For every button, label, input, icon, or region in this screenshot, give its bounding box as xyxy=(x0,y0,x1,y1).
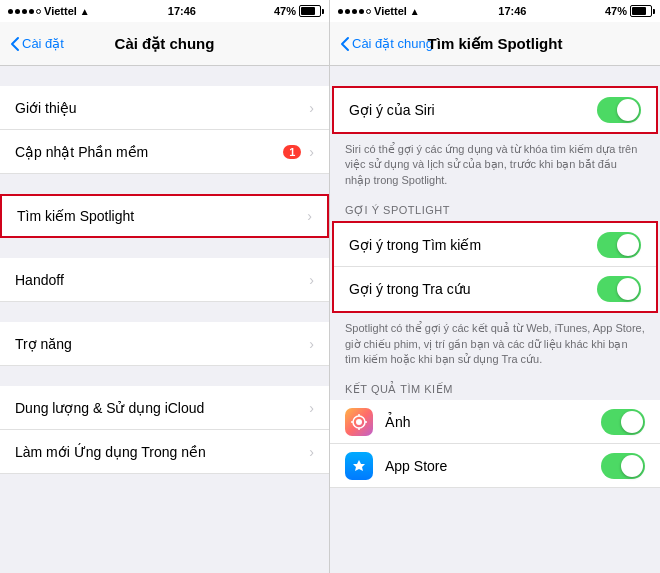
item-label-dung-luong: Dung lượng & Sử dụng iCloud xyxy=(15,400,309,416)
spotlight-section-highlighted: Gợi ý trong Tìm kiếm Gợi ý trong Tra cứu xyxy=(332,221,658,313)
result-label-appstore: App Store xyxy=(385,458,601,474)
top-separator xyxy=(0,66,329,86)
right-top-separator xyxy=(330,66,660,86)
chevron-icon-tro-nang: › xyxy=(309,336,314,352)
battery-icon xyxy=(299,5,321,17)
left-settings-list: Giới thiệu › Cập nhật Phần mềm 1 › Tìm k… xyxy=(0,66,329,573)
wifi-icon: ▲ xyxy=(80,6,90,17)
right-nav-title: Tìm kiếm Spotlight xyxy=(428,35,563,53)
list-item-tro-nang[interactable]: Trợ năng › xyxy=(0,322,329,366)
right-back-button[interactable]: Cài đặt chung xyxy=(340,36,433,52)
list-item-tim-kiem[interactable]: Tìm kiếm Spotlight › xyxy=(0,194,329,238)
siri-toggle-label: Gợi ý của Siri xyxy=(349,102,597,118)
list-item-handoff[interactable]: Handoff › xyxy=(0,258,329,302)
appstore-icon xyxy=(345,452,373,480)
left-status-bar: Viettel ▲ 17:46 47% xyxy=(0,0,329,22)
results-section-header: KẾT QUẢ TÌM KIẾM xyxy=(330,377,660,400)
right-status-left: Viettel ▲ xyxy=(338,5,420,17)
siri-description: Siri có thể gợi ý các ứng dụng và từ khó… xyxy=(330,134,660,198)
r-dot4 xyxy=(359,9,364,14)
right-signal-dots xyxy=(338,9,371,14)
r-dot3 xyxy=(352,9,357,14)
right-battery-fill xyxy=(632,7,646,15)
left-nav-bar: Cài đặt Cài đặt chung xyxy=(0,22,329,66)
chevron-icon-handoff: › xyxy=(309,272,314,288)
dot2 xyxy=(15,9,20,14)
chevron-icon-gioi-thieu: › xyxy=(309,100,314,116)
separator-3 xyxy=(0,238,329,258)
siri-toggle[interactable] xyxy=(597,97,641,123)
right-time: 17:46 xyxy=(498,5,526,17)
item-label-gioi-thieu: Giới thiệu xyxy=(15,100,309,116)
result-row-anh[interactable]: Ảnh xyxy=(330,400,660,444)
chevron-icon-dung-luong: › xyxy=(309,400,314,416)
right-wifi-icon: ▲ xyxy=(410,6,420,17)
siri-section-highlighted: Gợi ý của Siri xyxy=(332,86,658,134)
separator-4 xyxy=(0,302,329,322)
dot3 xyxy=(22,9,27,14)
left-nav-title: Cài đặt chung xyxy=(115,35,215,53)
left-panel: Viettel ▲ 17:46 47% Cài đặt Cài đặt chun… xyxy=(0,0,330,573)
list-item-dung-luong[interactable]: Dung lượng & Sử dụng iCloud › xyxy=(0,386,329,430)
right-status-right: 47% xyxy=(605,5,652,17)
item-label-tim-kiem: Tìm kiếm Spotlight xyxy=(17,208,307,224)
item-badge-cap-nhat: 1 xyxy=(283,145,301,159)
right-settings-list: Gợi ý của Siri Siri có thể gợi ý các ứng… xyxy=(330,66,660,573)
left-back-label: Cài đặt xyxy=(22,36,64,51)
left-status-left: Viettel ▲ xyxy=(8,5,90,17)
separator-5 xyxy=(0,366,329,386)
right-back-chevron-icon xyxy=(340,36,350,52)
right-back-label: Cài đặt chung xyxy=(352,36,433,51)
spotlight-search-toggle[interactable] xyxy=(597,232,641,258)
appstore-toggle[interactable] xyxy=(601,453,645,479)
item-label-tro-nang: Trợ năng xyxy=(15,336,309,352)
spotlight-search-toggle-knob xyxy=(617,234,639,256)
chevron-icon-tim-kiem: › xyxy=(307,208,312,224)
result-label-anh: Ảnh xyxy=(385,414,601,430)
anh-toggle[interactable] xyxy=(601,409,645,435)
right-carrier: Viettel xyxy=(374,5,407,17)
spotlight-lookup-toggle-knob xyxy=(617,278,639,300)
list-item-gioi-thieu[interactable]: Giới thiệu › xyxy=(0,86,329,130)
svg-point-1 xyxy=(356,419,362,425)
back-chevron-icon xyxy=(10,36,20,52)
spotlight-search-label: Gợi ý trong Tìm kiếm xyxy=(349,237,597,253)
left-time: 17:46 xyxy=(168,5,196,17)
result-row-appstore[interactable]: App Store xyxy=(330,444,660,488)
chevron-icon-cap-nhat: › xyxy=(309,144,314,160)
chevron-icon-lam-moi: › xyxy=(309,444,314,460)
list-item-lam-moi[interactable]: Làm mới Ứng dụng Trong nền › xyxy=(0,430,329,474)
spotlight-description: Spotlight có thể gợi ý các kết quả từ We… xyxy=(330,313,660,377)
spotlight-lookup-label: Gợi ý trong Tra cứu xyxy=(349,281,597,297)
spotlight-lookup-row[interactable]: Gợi ý trong Tra cứu xyxy=(334,267,656,311)
r-dot1 xyxy=(338,9,343,14)
right-nav-bar: Cài đặt chung Tìm kiếm Spotlight xyxy=(330,22,660,66)
separator-6 xyxy=(0,474,329,494)
anh-toggle-knob xyxy=(621,411,643,433)
r-dot2 xyxy=(345,9,350,14)
siri-toggle-row[interactable]: Gợi ý của Siri xyxy=(334,88,656,132)
item-label-handoff: Handoff xyxy=(15,272,309,288)
separator-2 xyxy=(0,174,329,194)
left-carrier: Viettel xyxy=(44,5,77,17)
dot1 xyxy=(8,9,13,14)
spotlight-lookup-toggle[interactable] xyxy=(597,276,641,302)
right-battery-pct: 47% xyxy=(605,5,627,17)
dot4 xyxy=(29,9,34,14)
left-back-button[interactable]: Cài đặt xyxy=(10,36,64,52)
spotlight-section-header: GỢI Ý SPOTLIGHT xyxy=(330,198,660,221)
right-status-bar: Viettel ▲ 17:46 47% xyxy=(330,0,660,22)
appstore-svg xyxy=(351,458,367,474)
item-label-lam-moi: Làm mới Ứng dụng Trong nền xyxy=(15,444,309,460)
r-dot5 xyxy=(366,9,371,14)
right-battery-icon xyxy=(630,5,652,17)
photos-icon xyxy=(345,408,373,436)
signal-dots xyxy=(8,9,41,14)
list-item-cap-nhat[interactable]: Cập nhật Phần mềm 1 › xyxy=(0,130,329,174)
left-battery-pct: 47% xyxy=(274,5,296,17)
left-status-right: 47% xyxy=(274,5,321,17)
spotlight-search-row[interactable]: Gợi ý trong Tìm kiếm xyxy=(334,223,656,267)
item-label-cap-nhat: Cập nhật Phần mềm xyxy=(15,144,283,160)
right-panel: Viettel ▲ 17:46 47% Cài đặt chung Tìm ki… xyxy=(330,0,660,573)
photos-svg xyxy=(350,413,368,431)
